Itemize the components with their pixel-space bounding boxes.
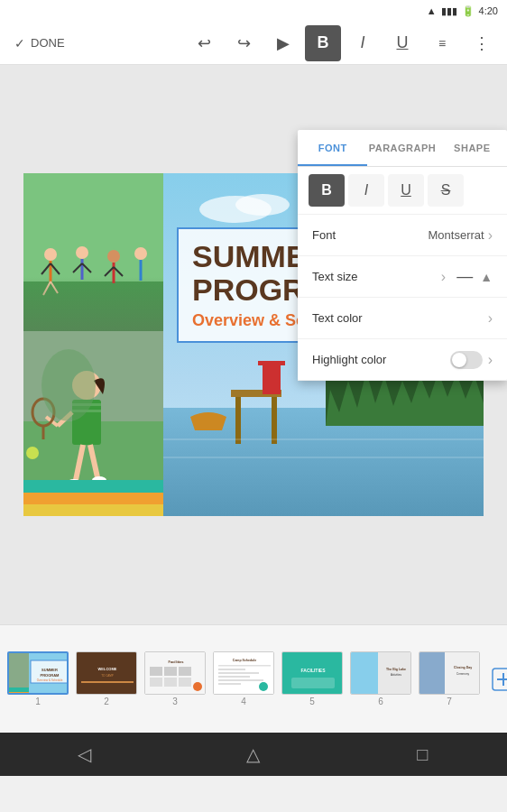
- slide-thumb-6[interactable]: The Big Lake Activities: [350, 651, 411, 695]
- undo-icon: ↩: [198, 33, 211, 53]
- add-slide-button[interactable]: [487, 658, 507, 701]
- svg-text:Ceremony: Ceremony: [456, 672, 469, 676]
- more-icon: ⋮: [474, 33, 490, 53]
- recent-nav-button[interactable]: □: [395, 736, 449, 772]
- battery-icon: 🔋: [462, 5, 475, 17]
- slide-num-3: 3: [172, 697, 178, 706]
- font-value: Montserrat: [429, 228, 484, 242]
- redo-icon: ↪: [237, 33, 251, 53]
- svg-rect-59: [150, 667, 162, 676]
- svg-rect-32: [72, 410, 101, 412]
- svg-point-74: [259, 682, 268, 691]
- paragraph-button[interactable]: ≡: [424, 25, 460, 61]
- slide-thumb-container-1: SUMMER PROGRAM Overview & Schedule 1: [7, 651, 69, 706]
- strikethrough-format-button[interactable]: S: [428, 174, 464, 207]
- tab-font[interactable]: FONT: [298, 130, 367, 166]
- svg-rect-41: [258, 361, 285, 365]
- svg-text:Activities: Activities: [391, 673, 401, 677]
- svg-rect-63: [164, 678, 177, 687]
- highlight-color-row[interactable]: Highlight color ›: [298, 339, 507, 381]
- slide-thumb-3[interactable]: Facilities: [144, 651, 206, 695]
- undo-button[interactable]: ↩: [186, 25, 222, 61]
- slide-thumb-container-3: Facilities 3: [144, 651, 206, 706]
- more-button[interactable]: ⋮: [464, 25, 500, 61]
- svg-rect-61: [179, 667, 191, 676]
- redo-button[interactable]: ↪: [226, 25, 262, 61]
- orange-bar: [23, 493, 163, 504]
- font-label: Font: [312, 228, 429, 242]
- svg-point-16: [134, 247, 147, 260]
- status-bar: ▲ ▮▮▮ 🔋 4:20: [0, 0, 507, 22]
- text-size-label: Text size: [312, 270, 438, 283]
- slides-panel: SUMMER PROGRAM Overview & Schedule 1 WEL…: [0, 624, 507, 733]
- home-nav-button[interactable]: △: [226, 736, 281, 772]
- text-color-row[interactable]: Text color ›: [298, 298, 507, 339]
- size-increase-button[interactable]: ▲: [480, 270, 493, 284]
- bold-button[interactable]: B: [305, 25, 341, 61]
- svg-rect-64: [179, 678, 191, 687]
- svg-text:PROGRAM: PROGRAM: [41, 673, 60, 678]
- svg-rect-48: [9, 692, 29, 695]
- svg-point-8: [76, 246, 88, 259]
- svg-text:Camp Schedule: Camp Schedule: [233, 659, 256, 662]
- svg-rect-1: [23, 281, 163, 331]
- strikethrough-format-icon: S: [441, 182, 451, 198]
- bold-format-button[interactable]: B: [309, 174, 345, 207]
- slide-thumb-4[interactable]: Camp Schedule: [213, 651, 274, 695]
- size-controls: › — ▲: [438, 265, 493, 289]
- play-button[interactable]: ▶: [265, 25, 301, 61]
- italic-format-button[interactable]: I: [348, 174, 384, 207]
- svg-line-7: [51, 281, 58, 293]
- toolbar-icons: ↩ ↪ ▶ B I U ≡ ⋮: [186, 25, 500, 61]
- back-nav-button[interactable]: ◁: [58, 736, 112, 772]
- underline-format-icon: U: [401, 182, 411, 198]
- svg-rect-79: [351, 652, 378, 695]
- kids-running-image: [23, 173, 163, 331]
- bold-format-icon: B: [321, 182, 332, 198]
- svg-rect-60: [164, 667, 177, 676]
- underline-icon: U: [397, 33, 409, 52]
- slide-num-2: 2: [104, 697, 109, 706]
- slide-left-images: [23, 173, 163, 516]
- svg-rect-40: [263, 363, 281, 394]
- underline-button[interactable]: U: [384, 25, 420, 61]
- size-decrease-button[interactable]: —: [456, 267, 473, 286]
- svg-text:The Big Lake: The Big Lake: [386, 668, 406, 671]
- slide-thumb-7[interactable]: Closing Day Ceremony: [419, 651, 480, 695]
- slide-thumb-container-5: FACILITIES 5: [281, 651, 343, 706]
- svg-rect-70: [218, 672, 259, 674]
- italic-button[interactable]: I: [345, 25, 381, 61]
- slide-thumb-container-6: The Big Lake Activities 6: [350, 651, 411, 706]
- highlight-color-chevron-icon: ›: [488, 352, 493, 368]
- svg-text:FACILITIES: FACILITIES: [301, 668, 327, 673]
- text-size-row: Text size › — ▲: [298, 256, 507, 298]
- svg-text:SUMMER: SUMMER: [41, 668, 58, 672]
- done-label: DONE: [31, 36, 65, 50]
- svg-rect-71: [218, 676, 250, 678]
- size-chevron-icon[interactable]: ›: [438, 265, 449, 289]
- svg-text:Overview & Schedule: Overview & Schedule: [37, 678, 63, 682]
- slide-thumb-container-7: Closing Day Ceremony 7: [419, 651, 480, 706]
- slide-thumb-2[interactable]: WELCOME TO CAMP: [76, 651, 137, 695]
- bold-icon: B: [318, 33, 329, 52]
- home-nav-icon: △: [246, 743, 260, 765]
- tab-shape[interactable]: SHAPE: [438, 130, 507, 166]
- underline-format-button[interactable]: U: [388, 174, 424, 207]
- nav-bar: ◁ △ □: [0, 733, 507, 776]
- font-row[interactable]: Font Montserrat ›: [298, 215, 507, 256]
- svg-point-20: [72, 371, 101, 400]
- yellow-bar: [23, 504, 163, 516]
- svg-point-2: [44, 248, 57, 261]
- svg-text:Closing Day: Closing Day: [454, 666, 472, 669]
- svg-text:Facilities: Facilities: [168, 660, 184, 664]
- status-bar-right: ▲ ▮▮▮ 🔋 4:20: [427, 5, 498, 17]
- highlight-color-toggle[interactable]: [450, 351, 483, 369]
- signal-icon: ▮▮▮: [441, 5, 457, 17]
- slide-thumb-5[interactable]: FACILITIES: [281, 651, 343, 695]
- done-button[interactable]: ✓ DONE: [7, 32, 72, 54]
- highlight-color-label: Highlight color: [312, 353, 450, 366]
- slide-thumb-1[interactable]: SUMMER PROGRAM Overview & Schedule: [7, 651, 69, 695]
- color-bars: [23, 480, 163, 516]
- svg-rect-72: [218, 679, 263, 681]
- tab-paragraph[interactable]: PARAGRAPH: [367, 130, 437, 166]
